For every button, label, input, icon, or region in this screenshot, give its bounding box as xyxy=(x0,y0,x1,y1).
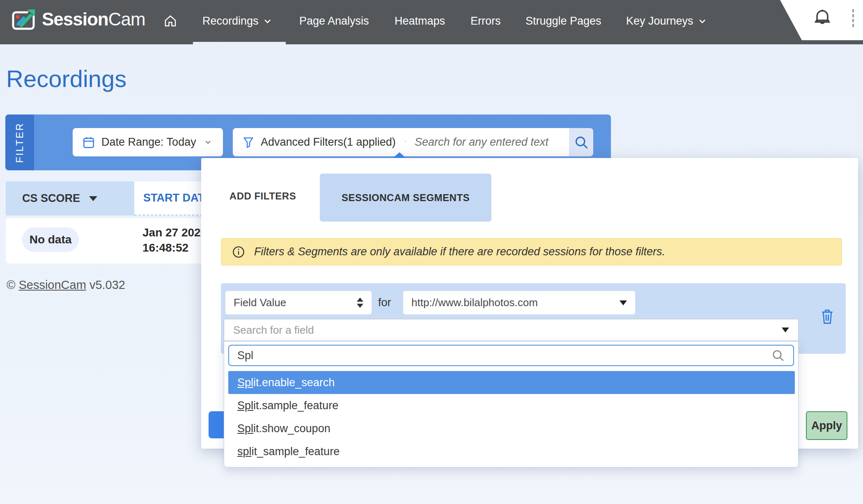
funnel-icon xyxy=(243,136,254,149)
advanced-filters-panel: ADD FILTERS SESSIONCAM SEGMENTS Filters … xyxy=(201,158,858,449)
filter-side-tab[interactable]: FILTER xyxy=(5,115,34,170)
dropdown-arrow-icon xyxy=(620,300,627,305)
date-range-button[interactable]: Date Range: Today xyxy=(73,128,223,156)
field-search-combobox[interactable] xyxy=(224,319,799,341)
field-filter-input[interactable] xyxy=(237,349,771,362)
for-label: for xyxy=(378,296,391,309)
tab-add-filters[interactable]: ADD FILTERS xyxy=(222,176,304,215)
apply-button[interactable]: Apply xyxy=(806,411,847,440)
tab-sessioncam-segments[interactable]: SESSIONCAM SEGMENTS xyxy=(320,174,491,222)
nav-errors[interactable]: Errors xyxy=(471,0,501,42)
site-select[interactable]: http://www.bilalphotos.com xyxy=(403,291,635,314)
option-split-enable-search[interactable]: Split.enable_search xyxy=(228,371,795,394)
brand-logo-icon xyxy=(11,7,37,31)
info-banner: Filters & Segments are only available if… xyxy=(221,238,842,266)
nav-key-journeys[interactable]: Key Journeys xyxy=(626,0,704,42)
nav-active-indicator xyxy=(193,42,286,44)
search-icon xyxy=(574,135,589,150)
up-down-spinner-icon xyxy=(357,298,363,308)
field-combobox-input[interactable] xyxy=(233,324,782,337)
option-split-sample-feature[interactable]: Split.sample_feature xyxy=(228,394,795,417)
info-icon xyxy=(232,245,245,259)
field-options-list: Split.enable_search Split.sample_feature… xyxy=(228,371,795,463)
calendar-icon xyxy=(83,136,95,149)
more-options-icon[interactable] xyxy=(852,9,854,27)
nav-home[interactable] xyxy=(163,0,177,42)
nav-heatmaps[interactable]: Heatmaps xyxy=(395,0,445,42)
chevron-down-icon xyxy=(205,139,211,144)
brand-logo[interactable]: SessionCam xyxy=(11,7,145,31)
trash-icon xyxy=(820,308,835,325)
panel-pointer xyxy=(393,152,406,158)
field-type-select[interactable]: Field Value xyxy=(225,291,372,314)
brand-wordmark: SessionCam xyxy=(42,9,145,30)
field-filter-searchbox xyxy=(228,345,794,366)
top-nav-bar: SessionCam Recordings Page Analysis Heat… xyxy=(0,0,863,44)
header-utility-area xyxy=(776,0,863,40)
search-icon xyxy=(771,348,785,362)
cs-score-badge: No data xyxy=(22,227,79,252)
footer-copyright: © SessionCam v5.032 xyxy=(7,278,125,292)
sort-descending-icon xyxy=(89,196,97,201)
option-split-sample-feature-lower[interactable]: split_sample_feature xyxy=(228,440,795,463)
start-date-cell: Jan 27 2020, 16:48:52 xyxy=(142,225,210,255)
dropdown-arrow-icon xyxy=(782,328,789,332)
page-title: Recordings xyxy=(6,65,126,92)
chevron-down-icon xyxy=(699,17,705,23)
field-dropdown-panel: Split.enable_search Split.sample_feature… xyxy=(224,341,799,467)
sessioncam-link[interactable]: SessionCam xyxy=(18,278,86,291)
nav-struggle-pages[interactable]: Struggle Pages xyxy=(526,0,601,42)
home-icon xyxy=(163,14,177,28)
option-split-show-coupon[interactable]: Split.show_coupon xyxy=(228,417,795,440)
delete-filter-button[interactable] xyxy=(820,308,835,325)
search-button[interactable] xyxy=(569,128,593,156)
search-input[interactable] xyxy=(406,128,569,156)
column-header-cs-score[interactable]: CS SCORE xyxy=(6,181,134,215)
nav-recordings-label: Recordings xyxy=(202,15,259,27)
text-search-group xyxy=(406,128,593,156)
nav-page-analysis[interactable]: Page Analysis xyxy=(299,0,369,42)
chevron-down-icon xyxy=(264,17,271,23)
notifications-bell-icon[interactable] xyxy=(812,7,833,29)
nav-recordings[interactable]: Recordings xyxy=(202,0,269,42)
